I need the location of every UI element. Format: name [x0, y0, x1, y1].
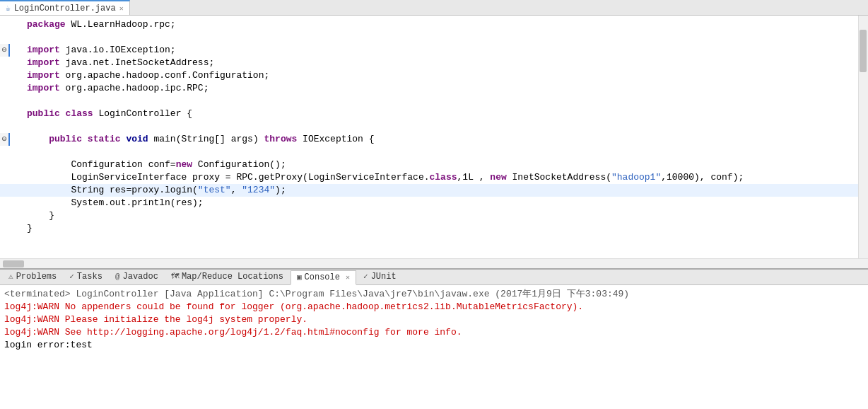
- code-line: [0, 146, 858, 159]
- code-content: LoginServiceInterface proxy = RPC.getPro…: [21, 171, 844, 184]
- code-token: }: [27, 210, 54, 221]
- code-content: public class LoginController {: [21, 108, 844, 120]
- code-token: System.: [27, 197, 110, 208]
- console-tab-problems[interactable]: ⚠Problems: [3, 270, 62, 284]
- code-token: import: [27, 57, 66, 68]
- code-token: public: [27, 108, 66, 119]
- console-tab-label: Tasks: [77, 272, 102, 282]
- code-token: InetSocketAddress(: [512, 172, 611, 183]
- code-token: public: [49, 134, 88, 144]
- console-tab-icon: ✓: [69, 272, 74, 281]
- console-line: log4j:WARN No appenders could be found f…: [4, 301, 864, 313]
- console-tab-label: JUnit: [371, 272, 397, 282]
- code-token: org.apache.hadoop.ipc.RPC;: [66, 83, 209, 93]
- h-scrollbar-thumb: [3, 260, 24, 267]
- code-token: LoginServiceInterface proxy = RPC.: [27, 172, 259, 183]
- editor-horizontal-scrollbar[interactable]: [0, 258, 868, 268]
- editor-tab-bar: ☕ LoginController.java ✕: [0, 0, 868, 16]
- code-token: out: [110, 197, 126, 208]
- code-line: }: [0, 209, 858, 222]
- code-content: import java.net.InetSocketAddress;: [21, 57, 844, 69]
- java-file-icon: ☕: [6, 4, 11, 13]
- code-content: package WL.LearnHadoop.rpc;: [21, 18, 844, 31]
- code-token: WL.LearnHadoop.rpc;: [71, 19, 175, 30]
- code-line: Configuration conf=new Configuration();: [0, 159, 858, 171]
- code-token: new: [490, 172, 512, 183]
- code-content: String res=proxy.login("test", "1234");: [21, 184, 844, 197]
- code-content: }: [21, 209, 844, 222]
- code-token: class: [430, 172, 457, 183]
- code-token: }: [27, 223, 33, 234]
- console-tab-icon: @: [115, 272, 120, 281]
- code-content: [21, 95, 844, 108]
- code-token: java.net.InetSocketAddress;: [66, 57, 215, 68]
- code-content: [21, 31, 844, 44]
- console-tab-close[interactable]: ✕: [346, 273, 350, 282]
- console-tab-junit[interactable]: ✓JUnit: [358, 270, 402, 284]
- code-line: LoginServiceInterface proxy = RPC.getPro…: [0, 171, 858, 184]
- code-area[interactable]: package WL.LearnHadoop.rpc; ⊖import java…: [0, 16, 858, 258]
- editor-pane: ☕ LoginController.java ✕ package WL.Lear…: [0, 0, 868, 269]
- editor-vertical-scrollbar[interactable]: [858, 16, 868, 258]
- code-token: Configuration conf=: [27, 159, 176, 170]
- code-token: );: [275, 185, 286, 195]
- console-tab-icon: 🗺: [171, 272, 179, 281]
- code-token: import: [27, 83, 66, 93]
- code-token: "1234": [242, 185, 275, 195]
- console-tab-bar: ⚠Problems✓Tasks@Javadoc🗺Map/Reduce Locat…: [0, 270, 868, 285]
- code-token: ,10000), conf);: [661, 172, 744, 183]
- code-line: System.out.println(res);: [0, 197, 858, 209]
- console-tab-label: Console: [305, 272, 340, 282]
- code-content: [21, 146, 844, 159]
- code-line: ⊖import java.io.IOException;: [0, 44, 858, 57]
- code-line: import java.net.InetSocketAddress;: [0, 57, 858, 69]
- code-token: String res=proxy.login(: [27, 185, 198, 195]
- code-token: Configuration();: [198, 159, 286, 170]
- console-tab-label: Javadoc: [122, 272, 158, 282]
- code-token: main(String[] args): [153, 134, 264, 144]
- console-content[interactable]: <terminated> LoginController [Java Appli…: [0, 285, 868, 409]
- editor-body: package WL.LearnHadoop.rpc; ⊖import java…: [0, 16, 868, 258]
- code-token: class: [66, 108, 99, 119]
- code-line: String res=proxy.login("test", "1234");: [0, 184, 858, 197]
- console-line: login error:test: [4, 339, 864, 352]
- code-line: [0, 31, 858, 44]
- tab-close-button[interactable]: ✕: [119, 4, 124, 13]
- code-token: ,1L ,: [457, 172, 491, 183]
- console-tab-console[interactable]: ▣Console✕: [291, 270, 356, 285]
- code-token: new: [176, 159, 198, 170]
- code-line: ⊖ public static void main(String[] args)…: [0, 133, 858, 146]
- editor-tab-label: LoginController.java: [14, 4, 116, 13]
- console-tab-javadoc[interactable]: @Javadoc: [110, 270, 164, 284]
- code-token: static: [88, 134, 127, 144]
- console-tab-icon: ▣: [297, 272, 302, 282]
- code-line: import org.apache.hadoop.ipc.RPC;: [0, 82, 858, 95]
- console-tab-map/reduce-locations[interactable]: 🗺Map/Reduce Locations: [165, 270, 289, 284]
- code-token: package: [27, 19, 71, 30]
- console-tab-label: Map/Reduce Locations: [182, 272, 283, 282]
- editor-tab[interactable]: ☕ LoginController.java ✕: [0, 0, 130, 15]
- code-content: [21, 120, 844, 133]
- code-token: void: [126, 134, 153, 144]
- console-tab-label: Problems: [16, 272, 57, 282]
- code-token: org.apache.hadoop.conf.Configuration;: [66, 70, 270, 81]
- code-token: ,: [231, 185, 242, 195]
- code-content: import org.apache.hadoop.ipc.RPC;: [21, 82, 844, 95]
- console-line: log4j:WARN See http://logging.apache.org…: [4, 326, 864, 339]
- code-content: import org.apache.hadoop.conf.Configurat…: [21, 69, 844, 82]
- code-content: Configuration conf=new Configuration();: [21, 159, 844, 171]
- code-content: [21, 235, 844, 248]
- console-tab-tasks[interactable]: ✓Tasks: [64, 270, 108, 284]
- code-token: getProxy: [259, 172, 303, 183]
- code-token: .println(res);: [126, 197, 203, 208]
- code-line: [0, 95, 858, 108]
- code-token: [27, 134, 49, 144]
- code-content: public static void main(String[] args) t…: [21, 133, 844, 146]
- console-tab-icon: ⚠: [8, 272, 13, 281]
- console-tab-icon: ✓: [363, 272, 368, 281]
- code-token: (LoginServiceInterface.: [303, 172, 429, 183]
- scrollbar-thumb: [860, 30, 867, 72]
- line-gutter: ⊖: [0, 44, 10, 57]
- code-content: import java.io.IOException;: [21, 44, 844, 57]
- code-line: import org.apache.hadoop.conf.Configurat…: [0, 69, 858, 82]
